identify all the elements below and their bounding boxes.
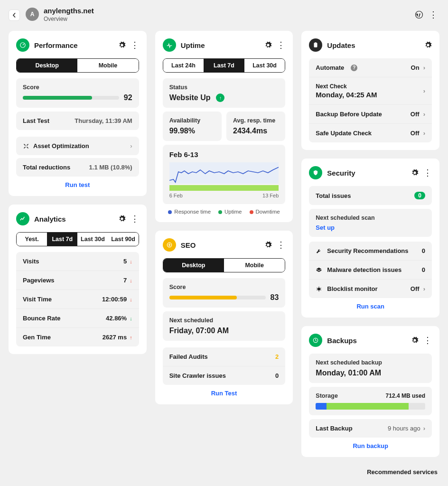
page-subtitle: Overview [44,16,94,22]
arrow-down-icon: ↓ [130,278,132,283]
availability-value: 99.98% [169,127,215,135]
seo-score: 83 [271,293,279,302]
avg-resp-value: 2434.4ms [233,127,279,135]
tab-7d[interactable]: Last 7d [204,59,244,72]
more-icon[interactable]: ⋮ [131,217,139,221]
tab-7d[interactable]: Last 7d [47,233,77,246]
gear-icon[interactable] [118,215,126,223]
gear-icon[interactable] [118,41,126,49]
more-icon[interactable]: ⋮ [423,171,432,175]
last-test-value: Thursday, 11:39 AM [75,117,132,124]
chevron-right-icon: › [423,64,425,71]
uptime-legend: Response time Uptime Downtime [163,209,286,215]
tab-30d[interactable]: Last 30d [244,59,285,72]
chevron-left-icon [12,13,17,18]
automate-row[interactable]: Automate? On› [309,58,432,77]
backup-before-row[interactable]: Backup Before Update Off› [309,105,432,124]
help-icon: ? [351,65,357,71]
arrow-up-icon: ↑ [216,93,224,102]
svg-rect-5 [314,43,317,47]
svg-rect-3 [169,185,279,191]
security-icon [309,166,322,179]
uptime-icon [163,38,176,52]
site-avatar: A [26,8,39,21]
security-card: Security ⋮ Total issues 0 Next scheduled… [301,159,439,318]
seo-title: SEO [181,241,196,249]
wrench-icon [316,248,322,254]
uptime-chart: Feb 6-13 6 Feb 13 Feb [163,145,286,204]
safe-update-row[interactable]: Safe Update Check Off› [309,124,432,142]
updates-icon [309,38,322,52]
tab-mobile[interactable]: Mobile [224,259,285,272]
blocklist-row[interactable]: Blocklist monitor Off› [309,280,432,298]
run-scan-button[interactable]: Run scan [309,303,432,310]
svg-point-7 [317,288,320,290]
arrow-up-icon: ↑ [130,335,132,340]
setup-scan-link[interactable]: Set up [316,224,335,231]
performance-score: 92 [124,93,132,102]
wordpress-icon[interactable] [415,10,423,19]
crawler-issues-count: 0 [275,372,279,379]
asset-opt-icon [23,143,29,150]
chevron-right-icon: › [423,130,425,137]
site-title: anylengths.net [44,7,94,15]
chevron-right-icon: › [423,285,425,292]
performance-card: Performance ⋮ Desktop Mobile Score 92 [9,31,147,196]
tab-mobile[interactable]: Mobile [77,59,138,72]
total-reductions-label: Total reductions [23,164,70,171]
failed-audits-count: 2 [275,353,279,360]
back-button[interactable] [9,9,20,21]
score-label: Score [23,84,132,91]
backups-icon [309,334,322,347]
updates-card: Updates Automate? On› Next Check Monday,… [301,31,439,150]
tab-24h[interactable]: Last 24h [163,59,204,72]
performance-device-tabs: Desktop Mobile [16,58,139,73]
gear-icon[interactable] [264,241,272,249]
seo-icon [163,238,176,252]
arrow-down-icon: ↓ [130,297,132,302]
arrow-down-icon: ↓ [130,316,132,321]
tab-yest[interactable]: Yest. [17,233,47,246]
next-check-row[interactable]: Next Check Monday, 04:25 AM › [309,77,432,105]
recommended-services-link[interactable]: Recommended services [0,467,448,483]
chevron-right-icon: › [423,111,425,118]
svg-rect-6 [315,42,317,43]
run-test-button[interactable]: Run Test [163,390,286,397]
uptime-status: Website Up [169,93,211,102]
backups-card: Backups ⋮ Next scheduled backup Monday, … [301,326,439,457]
more-icon[interactable]: ⋮ [277,243,285,247]
tab-30d[interactable]: Last 30d [77,233,108,246]
gear-icon[interactable] [264,41,272,49]
tab-desktop[interactable]: Desktop [17,59,77,72]
last-backup-row[interactable]: Last Backup 9 hours ago› [309,419,432,438]
uptime-range-tabs: Last 24h Last 7d Last 30d [163,58,286,73]
analytics-range-tabs: Yest. Last 7d Last 30d Last 90d [16,232,139,246]
chevron-right-icon: › [423,87,425,94]
layers-icon [316,267,322,273]
tab-90d[interactable]: Last 90d [108,233,139,246]
tab-desktop[interactable]: Desktop [163,259,224,272]
analytics-card: Analytics ⋮ Yest. Last 7d Last 30d Last … [9,205,147,354]
asset-optimization-row[interactable]: Asset Optimization › [16,137,139,155]
run-test-button[interactable]: Run test [16,181,139,188]
bug-icon [316,286,322,292]
gear-icon[interactable] [424,41,432,49]
total-issues-badge: 0 [414,192,425,199]
more-menu-icon[interactable]: ⋮ [429,13,438,17]
seo-card: SEO ⋮ Desktop Mobile Score 83 [155,231,293,404]
run-backup-button[interactable]: Run backup [309,442,432,449]
gear-icon[interactable] [411,169,419,177]
gear-icon[interactable] [411,336,419,344]
top-bar: A anylengths.net Overview ⋮ [0,0,448,26]
chevron-right-icon: › [423,425,425,432]
performance-icon [16,38,29,52]
more-icon[interactable]: ⋮ [131,43,139,47]
svg-rect-2 [169,162,279,184]
more-icon[interactable]: ⋮ [277,43,285,47]
storage-used: 712.4 MB used [386,393,425,399]
chevron-right-icon: › [130,142,132,150]
analytics-icon [16,212,29,225]
more-icon[interactable]: ⋮ [423,338,432,343]
last-test-label: Last Test [23,117,49,124]
uptime-card: Uptime ⋮ Last 24h Last 7d Last 30d Statu… [155,31,293,222]
